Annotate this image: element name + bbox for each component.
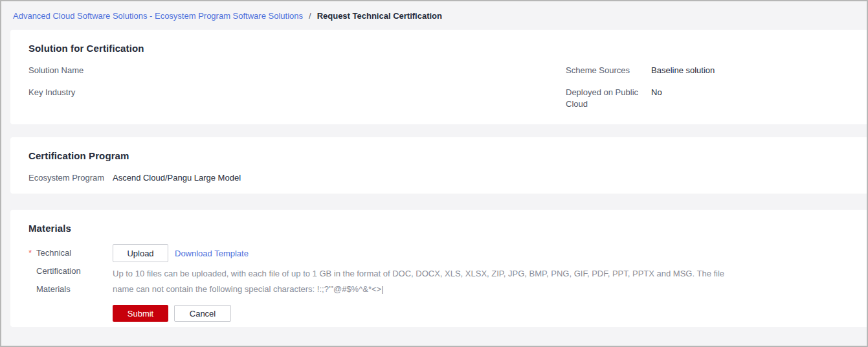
materials-upload-control: Upload Download Template Up to 10 files … xyxy=(113,244,849,322)
field-key-industry: Key Industry xyxy=(28,87,566,98)
cancel-button[interactable]: Cancel xyxy=(174,305,231,322)
scheme-sources-value: Baseline solution xyxy=(651,65,715,76)
ecosystem-program-label: Ecosystem Program xyxy=(28,172,113,184)
breadcrumb-link-software-solutions[interactable]: Advanced Cloud Software Solutions - Ecos… xyxy=(13,11,303,21)
materials-section-title: Materials xyxy=(28,223,849,234)
field-technical-certification-materials: * Technical Certification Materials Uplo… xyxy=(28,244,849,322)
certification-program-card: Certification Program Ecosystem Program … xyxy=(10,137,867,194)
scheme-sources-label: Scheme Sources xyxy=(566,65,651,76)
field-solution-name: Solution Name xyxy=(28,65,566,76)
ecosystem-program-value: Ascend Cloud/Pangu Large Model xyxy=(113,172,241,184)
page-title: Request Technical Certification xyxy=(317,11,442,21)
solution-for-certification-card: Solution for Certification Solution Name… xyxy=(10,30,867,124)
upload-row: Upload Download Template xyxy=(113,244,849,262)
app-window: Advanced Cloud Software Solutions - Ecos… xyxy=(0,0,868,347)
submit-button[interactable]: Submit xyxy=(113,305,168,322)
form-actions: Submit Cancel xyxy=(113,305,849,322)
deployed-on-public-cloud-value: No xyxy=(651,87,662,98)
breadcrumb-separator: / xyxy=(309,11,311,21)
download-template-link[interactable]: Download Template xyxy=(175,249,249,258)
program-fields: Ecosystem Program Ascend Cloud/Pangu Lar… xyxy=(28,172,849,184)
field-ecosystem-program: Ecosystem Program Ascend Cloud/Pangu Lar… xyxy=(28,172,566,184)
deployed-on-public-cloud-label: Deployed on Public Cloud xyxy=(566,87,651,110)
key-industry-label: Key Industry xyxy=(28,87,113,98)
technical-certification-materials-label-text: Technical Certification Materials xyxy=(36,244,98,322)
solution-section-title: Solution for Certification xyxy=(28,43,849,54)
required-marker: * xyxy=(28,244,36,322)
field-deployed-on-public-cloud: Deployed on Public Cloud No xyxy=(566,87,849,110)
solution-fields-right: Scheme Sources Baseline solution Deploye… xyxy=(566,65,849,110)
solution-name-label: Solution Name xyxy=(28,65,113,76)
program-section-title: Certification Program xyxy=(28,150,849,161)
solution-fields: Solution Name Key Industry Scheme Source… xyxy=(28,65,849,110)
technical-certification-materials-label: * Technical Certification Materials xyxy=(28,244,113,322)
solution-fields-left: Solution Name Key Industry xyxy=(28,65,566,110)
breadcrumb: Advanced Cloud Software Solutions - Ecos… xyxy=(1,1,867,30)
program-fields-left: Ecosystem Program Ascend Cloud/Pangu Lar… xyxy=(28,172,566,184)
upload-button[interactable]: Upload xyxy=(113,244,168,262)
field-scheme-sources: Scheme Sources Baseline solution xyxy=(566,65,849,76)
materials-card: Materials * Technical Certification Mate… xyxy=(10,210,867,327)
upload-hint-text: Up to 10 files can be uploaded, with eac… xyxy=(113,266,737,297)
